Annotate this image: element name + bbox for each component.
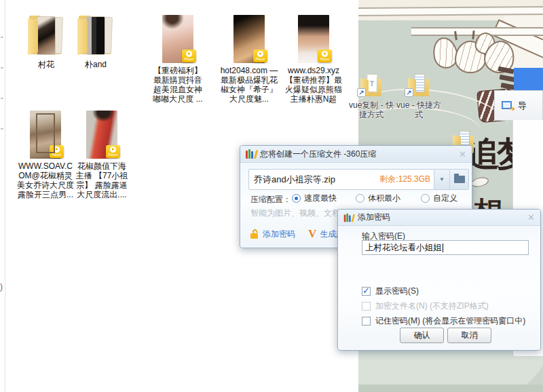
video-thumbnail: Player [233, 15, 265, 63]
cancel-button[interactable]: 取消 [447, 328, 491, 343]
archive-filename[interactable]: 乔诗and小祖宗等.zip [249, 170, 379, 189]
desktop-icon-label: 【重磅福利】最新購買抖音超美混血女神嘟嘟大尺度 ... [151, 66, 204, 104]
player-badge-icon: Player [106, 145, 120, 158]
shortcut-arrow-icon: ↗ [357, 88, 366, 97]
zip-dialog-title: 您将创建一个压缩文件 -360压缩 [260, 149, 376, 160]
play-icon [257, 51, 263, 57]
desktop-icon-video[interactable]: Player hot2048.com — 最新极品爆乳花椒女神『希子』大尺度魅.… [215, 15, 283, 104]
confirm-button[interactable]: 确认 [400, 328, 444, 343]
v-logo-icon: V [308, 227, 316, 241]
window-edge-line [5, 0, 5, 392]
archive-filename-field[interactable]: 乔诗and小祖宗等.zip 剩余:125.3GB ▼ [248, 169, 469, 190]
close-icon[interactable]: ✕ [527, 212, 535, 222]
radio-icon[interactable] [356, 194, 364, 203]
desktop-icon-video[interactable]: Player 【重磅福利】最新購買抖音超美混血女神嘟嘟大尺度 ... [144, 15, 212, 104]
checkbox-show-password[interactable]: 显示密码(S) [362, 286, 419, 297]
image-export-icon: ➜ [502, 101, 513, 111]
password-dialog: 添加密码 ✕ 输入密码(E) 上村花论坛看小姐姐 显示密码(S) 加密文件名(N… [337, 209, 541, 351]
side-window-menu-item[interactable]: ➜ 导 [494, 90, 543, 121]
add-password-link[interactable]: 添加密码 [263, 229, 295, 240]
edge-mark [1, 128, 3, 130]
wallpaper-blob [470, 176, 489, 188]
folder-shortcut-icon: T ↗ [360, 73, 383, 98]
checkbox-icon-disabled [362, 302, 371, 311]
video-thumbnail: Player [162, 15, 193, 63]
browse-folder-button[interactable] [449, 170, 468, 189]
disk-space-remaining: 剩余:125.3GB [379, 170, 434, 189]
play-icon [110, 146, 116, 153]
folder-icon [77, 15, 115, 57]
radio-smallest-size[interactable]: 体积最小 [356, 193, 400, 204]
edge-mark [1, 67, 3, 68]
video-thumbnail: Player [298, 15, 329, 63]
edge-mark [1, 37, 3, 38]
password-dialog-titlebar[interactable]: 添加密码 ✕ [338, 210, 540, 226]
desktop-icon-video[interactable]: Player www.ds29.xyz 【重磅推荐】最火爆疑似原熊猫主播朴惠N超… [280, 15, 348, 104]
side-menu-label: 导 [518, 100, 527, 112]
play-icon [322, 51, 328, 57]
checkbox-encrypt-filename: 加密文件名(N) (不支持ZIP格式) [362, 300, 489, 312]
desktop-icon-video[interactable]: Player 花椒颜值下海主播 【77小祖宗】 露脸露逼大尺度流出.... [68, 111, 136, 200]
desktop-icon-label: vue复制 - 快捷方式 [349, 100, 394, 119]
wallpaper-beam [411, 27, 543, 36]
desktop-icon-label: hot2048.com — 最新极品爆乳花椒女神『希子』大尺度魅... [220, 66, 278, 104]
folder-icon [27, 15, 65, 57]
compression-config-label: 压缩配置： [250, 194, 291, 205]
player-badge-icon: Player [50, 145, 64, 158]
radio-custom[interactable]: 自定义 [421, 193, 457, 204]
checkbox-icon[interactable] [362, 317, 371, 326]
player-badge-icon: Player [318, 50, 332, 62]
shortcut-arrow-icon: ↗ [405, 88, 413, 97]
player-badge-icon: Player [253, 50, 267, 62]
edge-text-fragment: ) [0, 282, 3, 292]
wallpaper-beam [358, 6, 543, 16]
desktop-icon-label: 花椒颜值下海主播 【77小祖宗】 露脸露逼大尺度流出.... [74, 161, 130, 200]
text-cursor [443, 243, 443, 252]
play-icon [54, 146, 60, 153]
desktop-icon-shortcut[interactable]: T ↗ vue复制 - 快捷方式 [348, 73, 395, 119]
checkbox-remember-password[interactable]: 记住密码(M) (将会显示在管理密码窗口中) [362, 315, 525, 327]
folder-shortcut-icon: ↗ [407, 73, 430, 98]
zip-dialog-titlebar[interactable]: 您将创建一个压缩文件 -360压缩 ✕ [240, 146, 472, 163]
radio-icon[interactable] [421, 194, 430, 203]
checkbox-icon-checked[interactable] [362, 287, 371, 296]
video-thumbnail: Player [86, 111, 117, 159]
radio-icon-selected[interactable] [292, 194, 301, 203]
desktop-icon-label: 朴and [69, 60, 123, 69]
app-logo-icon [246, 149, 256, 159]
edge-mark [1, 98, 3, 99]
wallpaper-bottom-band [358, 385, 543, 392]
desktop: 追梦 想 ) 村花 朴and Player 【重磅福利】最新購買抖音超美混血女神… [0, 0, 543, 392]
password-dialog-title: 添加密码 [358, 212, 390, 223]
desktop-icon-label: WWW.SOAV.COM@花椒精灵美女乔诗大尺度露脸开三点男... [17, 161, 74, 200]
lock-icon [250, 229, 259, 239]
filename-dropdown-button[interactable]: ▼ [434, 170, 449, 189]
player-badge-icon: Player [182, 50, 196, 62]
close-icon[interactable]: ✕ [459, 149, 466, 159]
radio-fastest-speed[interactable]: 速度最快 [292, 193, 337, 204]
desktop-icon-shortcut[interactable]: ↗ vue - 快捷方式 [395, 73, 443, 119]
folder-icon [454, 176, 465, 183]
wallpaper-shutter-slat [500, 75, 516, 82]
video-thumbnail: Player [30, 111, 61, 159]
chevron-down-icon: ▼ [439, 176, 445, 182]
app-logo-icon [344, 213, 354, 222]
password-input[interactable]: 上村花论坛看小姐姐 [362, 240, 529, 255]
desktop-icon-folder[interactable]: 朴and [62, 15, 130, 69]
play-icon [186, 51, 192, 57]
desktop-icon-label: vue - 快捷方式 [396, 100, 441, 119]
side-window-titlebar[interactable] [514, 68, 543, 90]
desktop-icon-label: www.ds29.xyz 【重磅推荐】最火爆疑似原熊猫主播朴惠N超大... [284, 66, 343, 104]
